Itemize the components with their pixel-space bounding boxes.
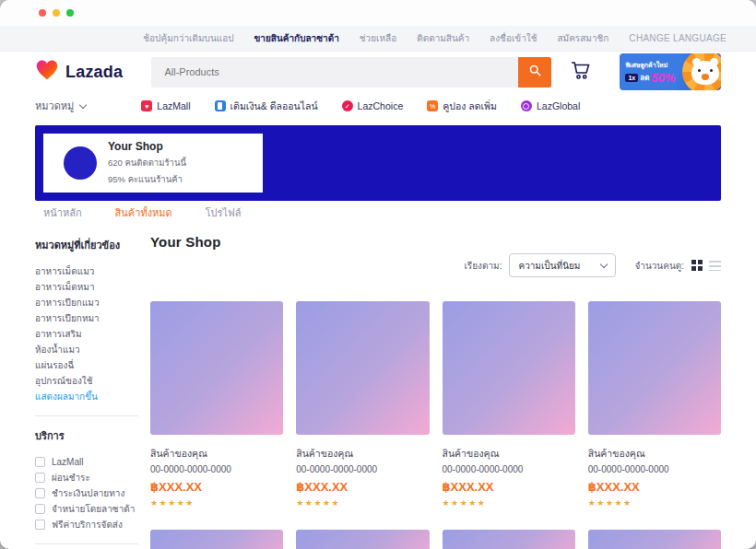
product-name: สินค้าของคุณ [150, 446, 283, 461]
sidebar-category-link[interactable]: อาหารเม็ดแมว [35, 263, 138, 279]
lazchoice-check-icon: ✓ [342, 100, 353, 111]
checkbox[interactable] [35, 504, 45, 514]
nav-link-label: เติมเงิน& ดีลออนไลน์ [230, 99, 318, 114]
product-name: สินค้าของคุณ [296, 446, 429, 461]
cart-button[interactable] [569, 59, 592, 85]
nav-link-label: LazChoice [358, 100, 404, 111]
topbar-link-track-order[interactable]: ติดตามสินค้า [417, 31, 469, 45]
grid-view-button[interactable] [691, 260, 703, 271]
nav-link-lazglobal[interactable]: LazGlobal [521, 100, 580, 111]
topbar-link-change-language[interactable]: CHANGE LANGUAGE [629, 33, 726, 43]
shop-avatar [64, 146, 97, 180]
search-button[interactable] [518, 57, 551, 88]
product-price: ฿XXX.XX [150, 480, 283, 494]
window-zoom-button[interactable] [66, 9, 74, 17]
nav-link-coupons[interactable]: % คูปอง ลดเพิ่ม [427, 99, 497, 114]
category-nav: หมวดหมู่ ♥ LazMall เติมเงิน& ดีลออนไลน์ … [0, 92, 756, 120]
nav-link-label: LazGlobal [537, 100, 580, 111]
nav-link-lazmall[interactable]: ♥ LazMall [141, 100, 190, 111]
sidebar-category-link[interactable]: อุปกรณ์ของใช้ [35, 373, 138, 389]
sidebar-category-link[interactable]: อาหารเปียกแมว [35, 295, 138, 310]
topbar-link-app-promo[interactable]: ช้อปคุ้มกว่าเดิมบนแอป [143, 31, 233, 45]
product-image[interactable] [150, 530, 283, 549]
product-image[interactable] [296, 301, 429, 435]
chevron-down-icon [600, 260, 608, 267]
search-icon [528, 64, 542, 80]
product-price: ฿XXX.XX [296, 480, 429, 494]
filter-label: จำหน่ายโดยลาซาด้า [52, 502, 135, 516]
sort-dropdown[interactable]: ความเป็นที่นิยม [509, 253, 616, 277]
tab-home[interactable]: หน้าหลัก [43, 204, 82, 221]
service-filter-option[interactable]: LazMall [35, 454, 138, 470]
lazmall-icon: ♥ [141, 100, 152, 111]
sort-label: เรียงตาม: [464, 259, 502, 273]
topbar-link-login[interactable]: ลงชื่อเข้าใช้ [490, 31, 537, 45]
sidebar-category-link[interactable]: อาหารเปียกหมา [35, 310, 138, 326]
tab-profile[interactable]: โปรไฟล์ [206, 204, 242, 221]
filter-label: ชำระเงินปลายทาง [52, 486, 124, 500]
checkbox[interactable] [35, 473, 45, 483]
window-minimize-button[interactable] [53, 9, 60, 17]
app-window: ช้อปคุ้มกว่าเดิมบนแอป ขายสินค้ากับลาซาด้… [0, 0, 756, 549]
promo-banner[interactable]: พิเศษลูกค้าใหม่ 1x ลด 50% [620, 53, 721, 90]
tab-all-products[interactable]: สินค้าทั้งหมด [115, 204, 172, 221]
divider [35, 415, 138, 416]
product-sku: 00-0000-0000-0000 [150, 464, 283, 474]
search-bar [151, 57, 551, 88]
show-more-link[interactable]: แสดงผลมากขึ้น [35, 389, 98, 404]
sidebar-category-link[interactable]: ห้องน้ำแมว [35, 342, 138, 357]
product-card[interactable]: สินค้าของคุณ 00-0000-0000-0000 ฿XXX.XX ★… [150, 301, 283, 508]
chevron-down-icon [79, 100, 87, 108]
view-label: จำนวนคนดู: [634, 259, 684, 273]
promo-badge: 1x [625, 74, 638, 82]
sidebar-category-link[interactable]: แผ่นรองฉี่ [35, 357, 138, 373]
sidebar-category-link[interactable]: อาหารเสริม [35, 326, 138, 342]
product-rating-stars: ★★★★★ [296, 498, 429, 508]
filter-label: LazMall [52, 457, 83, 467]
filter-label: ฟรีค่าบริการจัดส่ง [52, 518, 123, 531]
checkbox[interactable] [35, 520, 45, 530]
lazada-logo[interactable]: Lazada [35, 59, 151, 85]
nav-link-topup-deals[interactable]: เติมเงิน& ดีลออนไลน์ [215, 99, 318, 114]
product-image[interactable] [588, 301, 721, 435]
service-filter-option[interactable]: ผ่อนชำระ [35, 470, 138, 485]
topbar-link-signup[interactable]: สมัครสมาชิก [557, 31, 608, 45]
window-titlebar [0, 0, 756, 26]
service-filter-option[interactable]: จำหน่ายโดยลาซาด้า [35, 501, 138, 517]
product-image[interactable] [588, 530, 721, 549]
top-links-bar: ช้อปคุ้มกว่าเดิมบนแอป ขายสินค้ากับลาซาด้… [0, 26, 756, 52]
coupon-icon: % [427, 100, 438, 111]
product-card[interactable]: สินค้าของคุณ 00-0000-0000-0000 ฿XXX.XX ★… [443, 301, 575, 508]
product-image[interactable] [443, 301, 575, 435]
product-sku: 00-0000-0000-0000 [588, 464, 721, 474]
product-grid-next-row [150, 530, 721, 549]
logo-wordmark: Lazada [65, 63, 123, 82]
sunburst-graphic [682, 53, 721, 90]
categories-dropdown[interactable]: หมวดหมู่ [35, 98, 86, 114]
page-title: Your Shop [150, 234, 721, 250]
topbar-link-help[interactable]: ช่วยเหลือ [360, 31, 396, 45]
shop-tabs: หน้าหลัก สินค้าทั้งหมด โปรไฟล์ [0, 201, 756, 225]
product-image[interactable] [443, 530, 575, 549]
list-view-button[interactable] [709, 261, 721, 271]
product-card[interactable]: สินค้าของคุณ 00-0000-0000-0000 ฿XXX.XX ★… [588, 301, 721, 508]
product-image[interactable] [296, 530, 429, 549]
services-heading: บริการ [35, 427, 138, 444]
checkbox[interactable] [35, 457, 45, 467]
divider [35, 543, 138, 544]
nav-link-lazchoice[interactable]: ✓ LazChoice [342, 100, 404, 111]
service-filter-option[interactable]: ฟรีค่าบริการจัดส่ง [35, 517, 138, 532]
search-input[interactable] [151, 57, 518, 88]
checkbox[interactable] [35, 488, 45, 498]
shop-name: Your Shop [108, 140, 186, 153]
window-close-button[interactable] [39, 9, 46, 17]
product-image[interactable] [150, 301, 283, 435]
products-section: Your Shop เรียงตาม: ความเป็นที่นิยม จำนว… [150, 234, 721, 549]
service-filter-option[interactable]: ชำระเงินปลายทาง [35, 485, 138, 501]
topbar-link-sell-with-lazada[interactable]: ขายสินค้ากับลาซาด้า [254, 31, 339, 45]
lazglobal-globe-icon [521, 100, 532, 111]
shop-banner: Your Shop 620 คนติดตามร้านนี้ 95% คะแนนร… [35, 125, 721, 201]
main-header: Lazada [0, 52, 756, 92]
sidebar-category-link[interactable]: อาหารเม็ดหมา [35, 279, 138, 295]
product-card[interactable]: สินค้าของคุณ 00-0000-0000-0000 ฿XXX.XX ★… [296, 301, 429, 508]
